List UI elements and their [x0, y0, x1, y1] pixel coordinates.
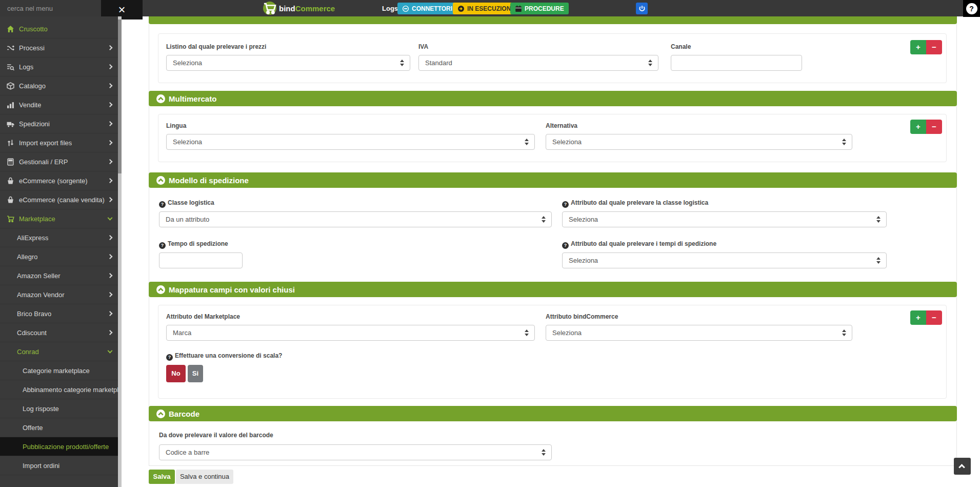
sidebar-item-import-export-files[interactable]: Import export files [0, 133, 118, 152]
sidebar-item-label: Amazon Vendor [17, 291, 65, 299]
chevron-right-icon [108, 140, 113, 145]
add-row-button[interactable]: + [910, 120, 926, 134]
logo[interactable]: bindCommerce [263, 2, 335, 15]
multimercato-row-controls: + − [910, 120, 942, 134]
help-icon[interactable]: ? [166, 354, 173, 361]
select-caret-icon [525, 329, 529, 336]
sidebar-item-categorie-marketplace[interactable]: Categorie marketplace [0, 361, 118, 380]
shuffle-icon [7, 44, 14, 52]
toggle-no-button[interactable]: No [166, 365, 186, 382]
remove-row-button[interactable]: − [926, 120, 942, 134]
sidebar-item-marketplace[interactable]: Marketplace [0, 209, 118, 228]
sidebar-item-label: Cruscotto [19, 25, 48, 33]
section-header-multimercato[interactable]: Multimercato [149, 91, 957, 106]
attr-tempo-select[interactable]: Seleziona [562, 252, 887, 268]
select-caret-icon [525, 139, 529, 145]
sidebar-item-label: Import ordini [23, 462, 59, 470]
tempo-spedizione-input[interactable] [159, 252, 243, 268]
remove-row-button[interactable]: − [926, 40, 942, 54]
sidebar-item-label: Log risposte [23, 405, 59, 413]
help-icon[interactable]: ? [159, 242, 166, 249]
lingua-select[interactable]: Seleziona [166, 134, 535, 150]
question-icon: ? [966, 3, 977, 14]
listino-select[interactable]: Seleziona [166, 55, 410, 71]
alternativa-select[interactable]: Seleziona [546, 134, 852, 150]
sidebar-item-abbinamento-categorie-marketplace[interactable]: Abbinamento categorie marketplace [0, 380, 118, 399]
save-button[interactable]: Salva [149, 470, 175, 484]
sidebar-item-brico-bravo[interactable]: Brico Bravo [0, 304, 118, 323]
barcode-source-label: Da dove prelevare il valore del barcode [159, 432, 273, 439]
sidebar-item-catalogo[interactable]: Catalogo [0, 76, 118, 95]
sidebar-item-offerte[interactable]: Offerte [0, 418, 118, 437]
save-continue-button[interactable]: Salva e continua [176, 470, 233, 484]
sidebar-item-ecommerce-sorgente-[interactable]: eCommerce (sorgente) [0, 171, 118, 190]
chevron-right-icon [108, 292, 113, 297]
cart-icon [7, 215, 14, 223]
procedure-button[interactable]: PROCEDURE [510, 3, 569, 14]
remove-row-button[interactable]: − [926, 310, 942, 325]
select-caret-icon [876, 216, 881, 223]
sidebar-item-amazon-seller[interactable]: Amazon Seller [0, 266, 118, 285]
collapse-icon[interactable] [156, 285, 165, 294]
canale-label: Canale [671, 43, 691, 50]
sidebar-item-spedizioni[interactable]: Spedizioni [0, 114, 118, 133]
canale-input[interactable] [671, 55, 802, 71]
home-icon [7, 25, 14, 33]
sidebar-item-aliexpress[interactable]: AliExpress [0, 228, 118, 247]
attr-marketplace-select[interactable]: Marca [166, 325, 535, 341]
cube-icon [7, 82, 14, 90]
sidebar-item-import-ordini[interactable]: Import ordini [0, 456, 118, 475]
scroll-to-top-button[interactable] [954, 458, 971, 475]
sidebar-scrollbar-thumb[interactable] [118, 20, 122, 173]
sidebar-item-amazon-vendor[interactable]: Amazon Vendor [0, 285, 118, 304]
section-header-spedizione[interactable]: Modello di spedizione [149, 172, 957, 188]
sidebar-item-logs[interactable]: Logs [0, 57, 118, 76]
add-row-button[interactable]: + [910, 40, 926, 54]
collapse-icon[interactable] [156, 176, 165, 185]
select-caret-icon [842, 139, 846, 145]
sidebar-item-cruscotto[interactable]: Cruscotto [0, 20, 118, 38]
chevron-right-icon [108, 273, 113, 278]
add-row-button[interactable]: + [910, 310, 926, 325]
sidebar-item-label: Gestionali / ERP [19, 158, 68, 166]
section-header-barcode[interactable]: Barcode [149, 406, 957, 421]
section-header-cut[interactable] [149, 16, 957, 24]
chevron-right-icon [108, 235, 113, 240]
help-button[interactable]: ? [963, 0, 980, 17]
section-header-mappatura[interactable]: Mappatura campi con valori chiusi [149, 282, 957, 297]
sidebar-item-vendite[interactable]: Vendite [0, 95, 118, 114]
barcode-source-value: Codice a barre [166, 449, 209, 456]
sidebar-item-ecommerce-canale-vendita-[interactable]: eCommerce (canale vendita) [0, 190, 118, 209]
alternativa-label: Alternativa [546, 122, 577, 129]
connettori-button[interactable]: CONNETTORI [397, 3, 457, 14]
classe-logistica-select[interactable]: Da un attributo [159, 211, 552, 227]
collapse-icon[interactable] [156, 410, 165, 418]
search-input[interactable] [7, 3, 99, 13]
help-icon[interactable]: ? [562, 201, 569, 208]
logout-power-button[interactable] [636, 3, 648, 14]
section-title: Modello di spedizione [169, 176, 249, 185]
sidebar-item-cdiscount[interactable]: Cdiscount [0, 323, 118, 342]
in-esecuzione-button[interactable]: IN ESECUZIONE [453, 3, 519, 14]
sidebar-item-allegro[interactable]: Allegro [0, 247, 118, 266]
sidebar-item-processi[interactable]: Processi [0, 38, 118, 57]
attr-bindcommerce-value: Seleziona [552, 329, 582, 337]
collapse-icon[interactable] [156, 94, 165, 103]
toggle-si-button[interactable]: Si [188, 365, 203, 382]
section-title: Mappatura campi con valori chiusi [169, 285, 295, 294]
procedure-label: PROCEDURE [525, 5, 564, 12]
sidebar-item-conrad[interactable]: Conrad [0, 342, 118, 361]
attr-bindcommerce-select[interactable]: Seleziona [546, 325, 852, 341]
attr-classe-label: ?Attributo dal quale prelevare la classe… [562, 199, 708, 208]
sidebar-item-gestionali-erp[interactable]: Gestionali / ERP [0, 152, 118, 171]
iva-select[interactable]: Standard [418, 55, 658, 71]
sidebar-item-pubblicazione-prodotti-offerte[interactable]: Pubblicazione prodotti/offerte [0, 437, 118, 456]
help-icon[interactable]: ? [159, 201, 166, 208]
attr-marketplace-label: Attributo del Marketplace [166, 313, 240, 320]
conversione-scala-label: ?Effettuare una conversione di scala? [166, 352, 282, 361]
sidebar-item-label: Logs [19, 63, 33, 71]
barcode-source-select[interactable]: Codice a barre [159, 444, 552, 460]
attr-classe-select[interactable]: Seleziona [562, 211, 887, 227]
help-icon[interactable]: ? [562, 242, 569, 249]
sidebar-item-log-risposte[interactable]: Log risposte [0, 399, 118, 418]
